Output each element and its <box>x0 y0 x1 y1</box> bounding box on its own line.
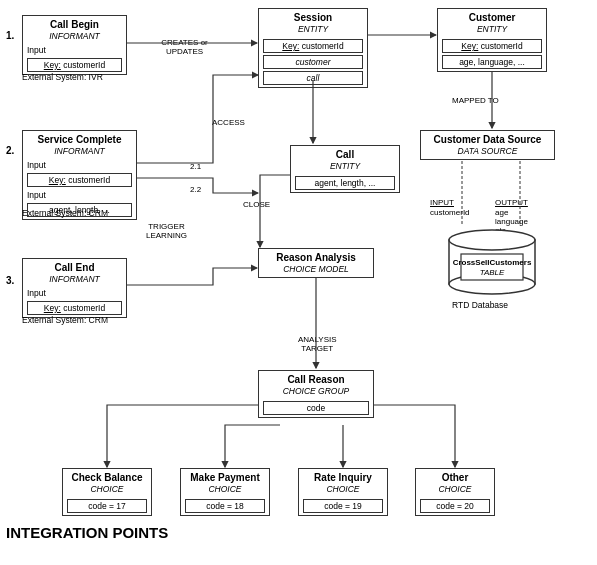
customer-box: Customer ENTITY Key: customerId age, lan… <box>437 8 547 72</box>
num-21: 2.1 <box>190 162 201 171</box>
ri-code: code = 19 <box>303 499 383 513</box>
call-box: Call ENTITY agent, length, ... <box>290 145 400 193</box>
ce-field: Key: customerId <box>27 301 122 315</box>
mp-code: code = 18 <box>185 499 265 513</box>
cds-subtitle: DATA SOURCE <box>421 146 554 159</box>
reason-analysis-box: Reason Analysis CHOICE MODEL <box>258 248 374 278</box>
rtd-db-label: RTD Database <box>452 300 508 310</box>
other-code: code = 20 <box>420 499 490 513</box>
cds-title: Customer Data Source <box>421 131 554 146</box>
rate-inquiry-box: Rate Inquiry CHOICE code = 19 <box>298 468 388 516</box>
creates-updates-label: CREATES orUPDATES <box>152 38 217 56</box>
section-2: 2. <box>6 145 14 156</box>
make-payment-box: Make Payment CHOICE code = 18 <box>180 468 270 516</box>
service-complete-subtitle: INFORMANT <box>23 146 136 159</box>
cr-subtitle: CHOICE GROUP <box>259 386 373 399</box>
ri-subtitle: CHOICE <box>299 484 387 497</box>
session-title: Session <box>259 9 367 24</box>
customer-title: Customer <box>438 9 546 24</box>
input-label: INPUT <box>430 198 454 207</box>
cr-field: code <box>263 401 369 415</box>
other-title: Other <box>416 469 494 484</box>
call-end-subtitle: INFORMANT <box>23 274 126 287</box>
customer-field1: Key: customerId <box>442 39 542 53</box>
access-label: ACCESS <box>212 118 245 127</box>
call-begin-title: Call Begin <box>23 16 126 31</box>
session-box: Session ENTITY Key: customerId customer … <box>258 8 368 88</box>
num-22: 2.2 <box>190 185 201 194</box>
ra-title: Reason Analysis <box>259 249 373 264</box>
sc-field1: Key: customerId <box>27 173 132 187</box>
close-label: CLOSE <box>243 200 270 209</box>
svg-text:CrossSellCustomers: CrossSellCustomers <box>453 258 532 267</box>
mp-title: Make Payment <box>181 469 269 484</box>
section-3: 3. <box>6 275 14 286</box>
cb-code: code = 17 <box>67 499 147 513</box>
sc-system: External System: CRM <box>22 208 108 218</box>
service-complete-title: Service Complete <box>23 131 136 146</box>
session-field3: call <box>263 71 363 85</box>
mapped-to-label: MAPPED TO <box>452 96 499 105</box>
check-balance-box: Check Balance CHOICE code = 17 <box>62 468 152 516</box>
analysis-target-label: ANALYSISTARGET <box>298 335 337 353</box>
ri-title: Rate Inquiry <box>299 469 387 484</box>
ra-subtitle: CHOICE MODEL <box>259 264 373 277</box>
session-field1: Key: customerId <box>263 39 363 53</box>
diagram: 1. 2. 3. Call Begin INFORMANT Input Key:… <box>0 0 597 565</box>
call-begin-system: External System: IVR <box>22 72 103 82</box>
call-end-title: Call End <box>23 259 126 274</box>
session-field2: customer <box>263 55 363 69</box>
integration-points-title: INTEGRATION POINTS <box>6 524 168 541</box>
other-subtitle: CHOICE <box>416 484 494 497</box>
customer-subtitle: ENTITY <box>438 24 546 37</box>
cb-subtitle: CHOICE <box>63 484 151 497</box>
call-subtitle: ENTITY <box>291 161 399 174</box>
customer-field2: age, language, ... <box>442 55 542 69</box>
call-reason-box: Call Reason CHOICE GROUP code <box>258 370 374 418</box>
cr-title: Call Reason <box>259 371 373 386</box>
mp-subtitle: CHOICE <box>181 484 269 497</box>
session-subtitle: ENTITY <box>259 24 367 37</box>
section-1: 1. <box>6 30 14 41</box>
input-field: customerId <box>430 208 470 217</box>
svg-point-1 <box>449 230 535 250</box>
ce-system: External System: CRM <box>22 315 108 325</box>
customer-data-source-box: Customer Data Source DATA SOURCE <box>420 130 555 160</box>
call-begin-subtitle: INFORMANT <box>23 31 126 44</box>
call-end-box: Call End INFORMANT Input Key: customerId <box>22 258 127 318</box>
trigger-learning-label: TRIGGERLEARNING <box>146 222 187 240</box>
service-complete-box: Service Complete INFORMANT Input Key: cu… <box>22 130 137 220</box>
cb-title: Check Balance <box>63 469 151 484</box>
call-field: agent, length, ... <box>295 176 395 190</box>
call-begin-field: Key: customerId <box>27 58 122 72</box>
svg-text:TABLE: TABLE <box>480 268 505 277</box>
call-begin-box: Call Begin INFORMANT Input Key: customer… <box>22 15 127 75</box>
call-title: Call <box>291 146 399 161</box>
output-label: OUTPUT <box>495 198 528 207</box>
rtd-database-cylinder: CrossSellCustomers TABLE <box>447 228 537 296</box>
other-box: Other CHOICE code = 20 <box>415 468 495 516</box>
